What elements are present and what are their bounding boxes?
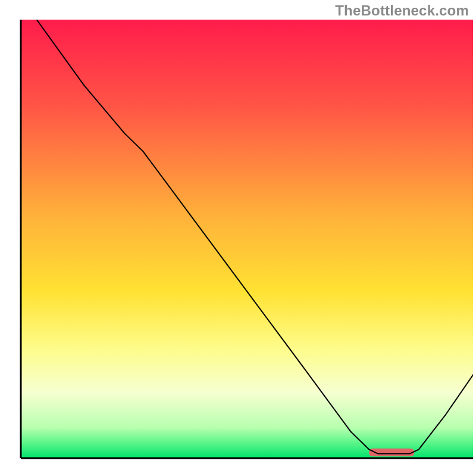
bottleneck-curve-chart xyxy=(0,0,476,476)
chart-background-gradient xyxy=(21,20,473,458)
watermark-text: TheBottleneck.com xyxy=(335,2,469,19)
